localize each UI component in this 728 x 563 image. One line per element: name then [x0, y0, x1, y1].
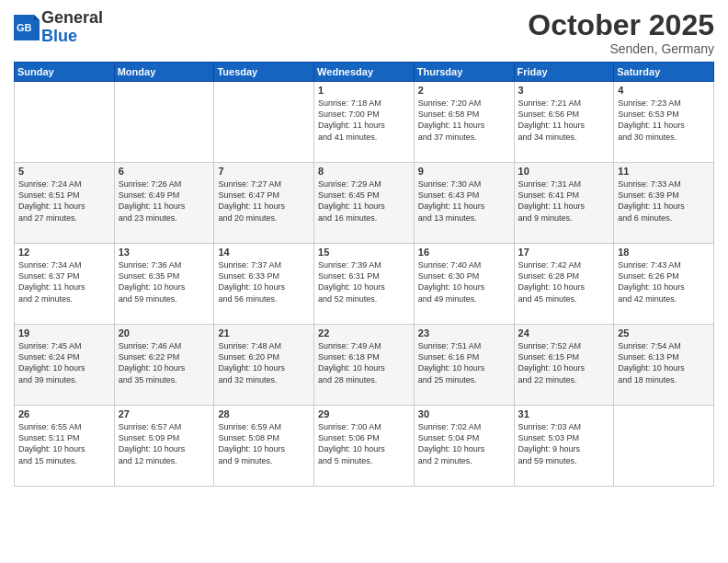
day-number: 26: [18, 408, 110, 419]
logo-general: General: [41, 9, 103, 28]
col-monday: Monday: [114, 63, 214, 82]
day-info: Sunrise: 7:26 AMSunset: 6:49 PMDaylight:…: [119, 178, 210, 224]
calendar-cell: 27Sunrise: 6:57 AMSunset: 5:09 PMDayligh…: [114, 406, 214, 487]
day-info: Sunrise: 7:21 AMSunset: 6:56 PMDaylight:…: [518, 98, 610, 143]
calendar-week-1: 1Sunrise: 7:18 AMSunset: 7:00 PMDaylight…: [15, 82, 714, 163]
calendar-cell: 9Sunrise: 7:30 AMSunset: 6:43 PMDaylight…: [414, 163, 514, 244]
calendar-cell: [614, 406, 714, 487]
day-number: 21: [218, 327, 310, 339]
day-number: 2: [418, 85, 510, 96]
col-friday: Friday: [514, 63, 614, 82]
day-info: Sunrise: 7:03 AMSunset: 5:03 PMDaylight:…: [518, 421, 610, 466]
calendar-cell: 5Sunrise: 7:24 AMSunset: 6:51 PMDaylight…: [15, 163, 115, 244]
calendar-cell: 18Sunrise: 7:43 AMSunset: 6:26 PMDayligh…: [614, 244, 714, 325]
calendar-cell: 2Sunrise: 7:20 AMSunset: 6:58 PMDaylight…: [414, 82, 514, 163]
day-number: 28: [218, 408, 310, 419]
day-number: 7: [218, 166, 310, 177]
day-info: Sunrise: 7:20 AMSunset: 6:58 PMDaylight:…: [418, 98, 510, 143]
svg-marker-1: [34, 15, 40, 20]
day-info: Sunrise: 7:31 AMSunset: 6:41 PMDaylight:…: [518, 178, 610, 224]
calendar-cell: 12Sunrise: 7:34 AMSunset: 6:37 PMDayligh…: [15, 244, 115, 325]
day-number: 25: [618, 327, 710, 339]
day-info: Sunrise: 7:00 AMSunset: 5:06 PMDaylight:…: [318, 421, 410, 466]
calendar-cell: 10Sunrise: 7:31 AMSunset: 6:41 PMDayligh…: [514, 163, 614, 244]
day-number: 22: [318, 327, 410, 339]
day-info: Sunrise: 7:23 AMSunset: 6:53 PMDaylight:…: [618, 98, 710, 143]
day-info: Sunrise: 6:55 AMSunset: 5:11 PMDaylight:…: [18, 421, 110, 466]
day-info: Sunrise: 7:43 AMSunset: 6:26 PMDaylight:…: [618, 259, 710, 304]
calendar-week-2: 5Sunrise: 7:24 AMSunset: 6:51 PMDaylight…: [15, 163, 714, 244]
calendar-cell: 15Sunrise: 7:39 AMSunset: 6:31 PMDayligh…: [314, 244, 415, 325]
day-number: 20: [119, 327, 210, 339]
logo-blue: Blue: [41, 28, 103, 46]
day-number: 15: [318, 247, 410, 258]
calendar-cell: [15, 82, 115, 163]
calendar-cell: 29Sunrise: 7:00 AMSunset: 5:06 PMDayligh…: [314, 406, 415, 487]
day-number: 19: [18, 327, 110, 339]
col-tuesday: Tuesday: [214, 63, 314, 82]
day-info: Sunrise: 6:57 AMSunset: 5:09 PMDaylight:…: [119, 421, 210, 466]
day-number: 9: [418, 166, 510, 177]
col-wednesday: Wednesday: [314, 63, 415, 82]
day-number: 29: [318, 408, 410, 419]
day-number: 16: [418, 247, 510, 258]
calendar-week-3: 12Sunrise: 7:34 AMSunset: 6:37 PMDayligh…: [15, 244, 714, 325]
day-number: 10: [518, 166, 610, 177]
day-number: 13: [119, 247, 210, 258]
day-info: Sunrise: 7:24 AMSunset: 6:51 PMDaylight:…: [18, 178, 110, 224]
logo-icon: GB: [14, 15, 40, 40]
day-number: 27: [119, 408, 210, 419]
day-info: Sunrise: 7:42 AMSunset: 6:28 PMDaylight:…: [518, 259, 610, 304]
day-number: 4: [618, 85, 710, 96]
col-saturday: Saturday: [614, 63, 714, 82]
svg-text:GB: GB: [17, 22, 32, 33]
day-number: 8: [318, 166, 410, 177]
day-info: Sunrise: 7:48 AMSunset: 6:20 PMDaylight:…: [218, 340, 310, 385]
calendar-cell: 11Sunrise: 7:33 AMSunset: 6:39 PMDayligh…: [614, 163, 714, 244]
calendar-cell: 28Sunrise: 6:59 AMSunset: 5:08 PMDayligh…: [214, 406, 314, 487]
calendar-cell: 4Sunrise: 7:23 AMSunset: 6:53 PMDaylight…: [614, 82, 714, 163]
calendar-cell: 25Sunrise: 7:54 AMSunset: 6:13 PMDayligh…: [614, 325, 714, 406]
day-info: Sunrise: 7:39 AMSunset: 6:31 PMDaylight:…: [318, 259, 410, 304]
calendar-cell: 6Sunrise: 7:26 AMSunset: 6:49 PMDaylight…: [114, 163, 214, 244]
month-title: October 2025: [528, 9, 714, 41]
calendar: Sunday Monday Tuesday Wednesday Thursday…: [14, 62, 714, 487]
day-info: Sunrise: 7:30 AMSunset: 6:43 PMDaylight:…: [418, 178, 510, 224]
subtitle: Senden, Germany: [528, 41, 714, 56]
calendar-cell: 1Sunrise: 7:18 AMSunset: 7:00 PMDaylight…: [314, 82, 415, 163]
calendar-cell: 17Sunrise: 7:42 AMSunset: 6:28 PMDayligh…: [514, 244, 614, 325]
calendar-cell: 26Sunrise: 6:55 AMSunset: 5:11 PMDayligh…: [15, 406, 115, 487]
day-number: 5: [18, 166, 110, 177]
calendar-cell: 30Sunrise: 7:02 AMSunset: 5:04 PMDayligh…: [414, 406, 514, 487]
title-area: October 2025 Senden, Germany: [528, 9, 714, 56]
day-info: Sunrise: 7:27 AMSunset: 6:47 PMDaylight:…: [218, 178, 310, 224]
day-number: 3: [518, 85, 610, 96]
day-number: 31: [518, 408, 610, 419]
col-sunday: Sunday: [15, 63, 115, 82]
calendar-cell: 19Sunrise: 7:45 AMSunset: 6:24 PMDayligh…: [15, 325, 115, 406]
day-number: 23: [418, 327, 510, 339]
col-thursday: Thursday: [414, 63, 514, 82]
calendar-cell: 22Sunrise: 7:49 AMSunset: 6:18 PMDayligh…: [314, 325, 415, 406]
calendar-cell: [114, 82, 214, 163]
day-info: Sunrise: 7:52 AMSunset: 6:15 PMDaylight:…: [518, 340, 610, 385]
day-number: 1: [318, 85, 410, 96]
calendar-cell: 16Sunrise: 7:40 AMSunset: 6:30 PMDayligh…: [414, 244, 514, 325]
page: GB General Blue October 2025 Senden, Ger…: [0, 0, 728, 563]
day-number: 30: [418, 408, 510, 419]
day-info: Sunrise: 7:40 AMSunset: 6:30 PMDaylight:…: [418, 259, 510, 304]
logo: GB General Blue: [14, 9, 103, 46]
day-info: Sunrise: 7:29 AMSunset: 6:45 PMDaylight:…: [318, 178, 410, 224]
day-info: Sunrise: 7:33 AMSunset: 6:39 PMDaylight:…: [618, 178, 710, 224]
day-number: 14: [218, 247, 310, 258]
day-info: Sunrise: 7:45 AMSunset: 6:24 PMDaylight:…: [18, 340, 110, 385]
day-info: Sunrise: 7:37 AMSunset: 6:33 PMDaylight:…: [218, 259, 310, 304]
calendar-week-4: 19Sunrise: 7:45 AMSunset: 6:24 PMDayligh…: [15, 325, 714, 406]
day-number: 12: [18, 247, 110, 258]
calendar-cell: 24Sunrise: 7:52 AMSunset: 6:15 PMDayligh…: [514, 325, 614, 406]
calendar-cell: 20Sunrise: 7:46 AMSunset: 6:22 PMDayligh…: [114, 325, 214, 406]
calendar-cell: 8Sunrise: 7:29 AMSunset: 6:45 PMDaylight…: [314, 163, 415, 244]
calendar-cell: 3Sunrise: 7:21 AMSunset: 6:56 PMDaylight…: [514, 82, 614, 163]
calendar-cell: 14Sunrise: 7:37 AMSunset: 6:33 PMDayligh…: [214, 244, 314, 325]
day-number: 17: [518, 247, 610, 258]
